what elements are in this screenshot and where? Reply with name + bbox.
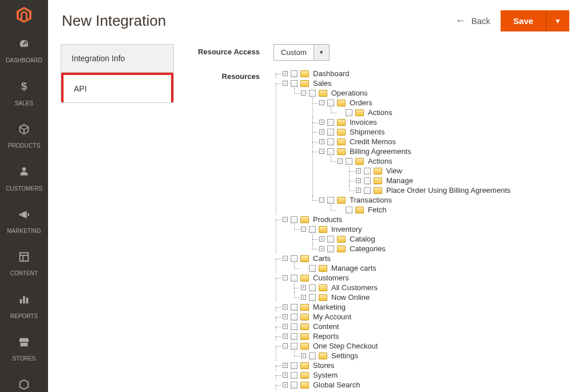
tree-expand-icon[interactable]: + [301, 295, 306, 300]
tree-node-label[interactable]: Customers [313, 274, 349, 282]
tree-node-label[interactable]: System [313, 371, 338, 379]
nav-item-content[interactable]: CONTENT [0, 243, 48, 285]
tree-node-label[interactable]: Categories [350, 244, 386, 253]
nav-item-stores[interactable]: STORES [0, 328, 48, 370]
tree-collapse-icon[interactable]: − [283, 343, 288, 349]
tree-checkbox[interactable] [327, 100, 334, 106]
tree-node-label[interactable]: Actions [368, 157, 392, 165]
tree-checkbox[interactable] [291, 304, 298, 311]
tree-expand-icon[interactable]: + [283, 304, 288, 310]
tree-node-label[interactable]: Fetch [368, 205, 387, 214]
nav-item-marketing[interactable]: MARKETING [0, 200, 48, 243]
tree-node-label[interactable]: Content [313, 322, 339, 331]
tree-expand-icon[interactable]: + [283, 334, 288, 339]
save-button[interactable]: Save [501, 10, 546, 31]
tree-checkbox[interactable] [309, 294, 316, 301]
tree-node-label[interactable]: Manage carts [331, 264, 376, 272]
tree-checkbox[interactable] [291, 362, 298, 369]
tree-node-label[interactable]: Operations [331, 89, 368, 97]
tree-checkbox[interactable] [327, 197, 334, 204]
tree-expand-icon[interactable]: + [283, 373, 288, 378]
tree-node-label[interactable]: Marketing [313, 303, 346, 311]
back-button[interactable]: ← Back [455, 15, 490, 27]
tree-expand-icon[interactable]: + [356, 178, 361, 183]
tree-collapse-icon[interactable]: − [301, 227, 306, 232]
tree-collapse-icon[interactable]: − [319, 197, 324, 203]
tree-checkbox[interactable] [327, 246, 334, 252]
tree-node-label[interactable]: Place Order Using Billing Agreements [386, 186, 511, 195]
tree-node-label[interactable]: Invoices [350, 118, 377, 126]
tree-node-label[interactable]: One Step Checkout [313, 342, 378, 350]
magento-logo[interactable] [0, 0, 48, 30]
tree-node-label[interactable]: Reports [313, 332, 339, 340]
tree-node-label[interactable]: Credit Memos [350, 137, 396, 146]
tree-node-label[interactable]: Carts [313, 254, 331, 263]
tree-expand-icon[interactable]: + [319, 246, 324, 251]
tree-checkbox[interactable] [346, 109, 352, 116]
nav-item-dashboard[interactable]: DASHBOARD [0, 30, 48, 72]
tree-node-label[interactable]: Global Search [313, 381, 360, 389]
tree-collapse-icon[interactable]: − [338, 159, 343, 164]
tree-node-label[interactable]: My Account [313, 312, 351, 321]
tree-node-label[interactable]: All Customers [331, 283, 378, 292]
tree-node-label[interactable]: Catalog [350, 235, 375, 243]
tree-checkbox[interactable] [364, 177, 371, 184]
tree-checkbox[interactable] [346, 158, 352, 165]
tree-checkbox[interactable] [291, 382, 298, 389]
tree-expand-icon[interactable]: + [319, 236, 324, 241]
tree-checkbox[interactable] [327, 148, 334, 155]
tab-info[interactable]: Integration Info [61, 45, 173, 73]
tree-node-label[interactable]: Transactions [350, 196, 392, 204]
tree-checkbox[interactable] [327, 119, 334, 126]
tree-expand-icon[interactable]: + [283, 382, 288, 387]
tree-checkbox[interactable] [327, 129, 334, 136]
tree-checkbox[interactable] [291, 314, 298, 320]
tree-checkbox[interactable] [291, 333, 298, 340]
tree-collapse-icon[interactable]: − [319, 149, 324, 154]
tree-node-label[interactable]: Shipments [350, 128, 384, 136]
tree-collapse-icon[interactable]: − [283, 275, 288, 280]
tree-checkbox[interactable] [291, 216, 298, 223]
tree-checkbox[interactable] [309, 353, 316, 359]
tree-checkbox[interactable] [309, 265, 316, 272]
tree-checkbox[interactable] [309, 284, 316, 291]
tree-node-label[interactable]: Settings [331, 351, 358, 360]
resource-access-select[interactable]: Custom ▼ [273, 44, 330, 61]
tree-checkbox[interactable] [291, 275, 298, 282]
tree-expand-icon[interactable]: + [356, 188, 361, 193]
tree-collapse-icon[interactable]: − [283, 81, 288, 86]
tree-collapse-icon[interactable]: − [301, 90, 306, 96]
tree-checkbox[interactable] [309, 226, 316, 233]
tree-expand-icon[interactable]: + [319, 139, 324, 144]
tree-node-label[interactable]: Actions [368, 108, 392, 117]
tree-node-label[interactable]: View [386, 167, 402, 175]
tree-checkbox[interactable] [291, 255, 298, 262]
tree-collapse-icon[interactable]: − [283, 217, 288, 222]
tree-checkbox[interactable] [291, 343, 298, 350]
nav-item-reports[interactable]: REPORTS [0, 285, 48, 327]
tree-checkbox[interactable] [327, 236, 334, 243]
tree-node-label[interactable]: Dashboard [313, 69, 350, 78]
tree-checkbox[interactable] [346, 207, 352, 213]
nav-item-sales[interactable]: $SALES [0, 72, 48, 114]
tree-expand-icon[interactable]: + [301, 285, 306, 290]
nav-item-customers[interactable]: CUSTOMERS [0, 157, 48, 200]
tree-checkbox[interactable] [291, 323, 298, 330]
tree-collapse-icon[interactable]: − [283, 256, 288, 261]
tree-checkbox[interactable] [327, 138, 334, 145]
tree-expand-icon[interactable]: + [283, 314, 288, 319]
tree-node-label[interactable]: Inventory [331, 225, 362, 233]
tree-expand-icon[interactable]: + [283, 71, 288, 76]
nav-item-products[interactable]: PRODUCTS [0, 115, 48, 157]
tree-expand-icon[interactable]: + [319, 120, 324, 125]
tree-checkbox[interactable] [309, 90, 316, 97]
tree-checkbox[interactable] [291, 80, 298, 87]
nav-item-osc[interactable]: ONE STEPCHECKOUT [0, 370, 48, 392]
tree-expand-icon[interactable]: + [356, 168, 361, 173]
tree-expand-icon[interactable]: + [301, 353, 306, 358]
tree-node-label[interactable]: Billing Agreements [350, 147, 411, 156]
tree-checkbox[interactable] [291, 70, 298, 77]
tree-expand-icon[interactable]: + [283, 324, 288, 329]
tree-node-label[interactable]: Now Online [331, 293, 370, 302]
tree-checkbox[interactable] [364, 168, 371, 175]
